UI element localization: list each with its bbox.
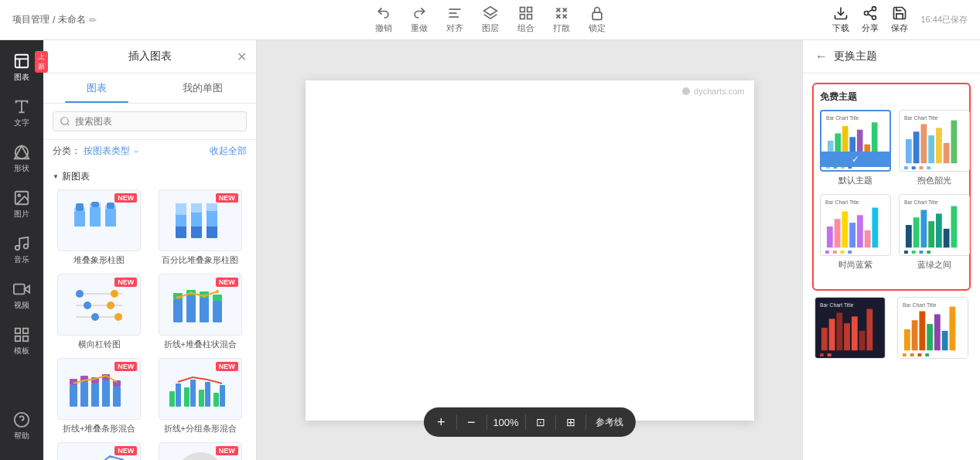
panel-content: 新图表 NEW [43, 162, 256, 460]
untitled-label: 未命名 [58, 13, 86, 26]
group-button[interactable]: 组合 [517, 5, 534, 34]
edit-icon[interactable]: ✏ [89, 15, 97, 26]
svg-point-12 [872, 15, 876, 19]
new-badge-1: NEW [114, 193, 137, 203]
theme-item-5[interactable]: Bar Chart Title Bar Chart Title [812, 297, 888, 359]
svg-rect-114 [913, 131, 920, 163]
svg-rect-142 [944, 229, 950, 247]
svg-rect-44 [107, 203, 114, 209]
canvas[interactable]: dycharts.com [306, 80, 754, 421]
project-breadcrumb[interactable]: 项目管理 / 未命名 ✏ [12, 13, 97, 26]
svg-rect-65 [186, 295, 196, 322]
toolbar: 项目管理 / 未命名 ✏ 撤销 重做 对齐 图层 组合 打散 [0, 0, 980, 40]
expand-button[interactable]: ⊞ [556, 407, 586, 437]
svg-rect-167 [942, 331, 948, 350]
chart-item-line-bar-mixed[interactable]: NEW [53, 358, 146, 434]
chart-item-line-area[interactable]: NEW 折线+层叠面积混合 [53, 442, 146, 460]
zoom-out-button[interactable]: − [456, 407, 486, 437]
sidebar-item-shape[interactable]: 形状 [0, 138, 43, 180]
filter-type-button[interactable]: 按图表类型 [84, 145, 140, 158]
search-box[interactable] [53, 111, 247, 131]
svg-rect-70 [213, 295, 222, 301]
chart-thumb-6: NEW [159, 358, 242, 420]
sidebar-item-help[interactable]: 帮助 [10, 405, 33, 448]
svg-point-56 [111, 290, 118, 298]
theme-thumb-warm: Bar Chart Title [899, 110, 970, 172]
sidebar-label-text: 文字 [14, 118, 29, 128]
svg-rect-132 [825, 250, 829, 254]
svg-rect-155 [852, 316, 858, 350]
svg-rect-42 [76, 203, 84, 211]
chart-label-5: 折线+堆叠条形混合 [63, 423, 135, 434]
chart-item-stacked-icon[interactable]: NEW [53, 189, 146, 266]
search-input[interactable] [75, 116, 240, 127]
theme-item-default[interactable]: Bar Chart Title [820, 110, 891, 186]
chart-label-1: 堆叠象形柱图 [73, 254, 125, 266]
tab-charts[interactable]: 图表 [43, 73, 150, 103]
svg-rect-115 [920, 124, 927, 164]
back-button[interactable]: ← [815, 49, 828, 63]
svg-rect-113 [906, 139, 912, 163]
svg-rect-147 [927, 250, 930, 254]
zoom-in-button[interactable]: + [426, 407, 456, 437]
right-panel-header: ← 更换主题 [803, 40, 980, 73]
sidebar-item-template[interactable]: 模板 [0, 320, 43, 363]
icon-sidebar: 上新 图表 文字 形状 图片 音乐 视频 模板 [0, 40, 43, 460]
chart-thumb-8: NEW [159, 442, 242, 460]
fit-button[interactable]: ⊡ [526, 407, 555, 437]
theme-item-fashion-blue[interactable]: Bar Chart Title [820, 194, 891, 271]
download-button[interactable]: 下载 [832, 5, 849, 34]
layer-button[interactable]: 图层 [482, 5, 499, 34]
sidebar-item-image[interactable]: 图片 [0, 183, 43, 226]
svg-rect-126 [835, 219, 841, 247]
align-button[interactable]: 对齐 [446, 5, 463, 34]
svg-rect-154 [844, 323, 850, 350]
undo-button[interactable]: 撤销 [375, 5, 392, 34]
svg-rect-117 [936, 128, 942, 163]
svg-point-10 [872, 7, 876, 11]
theme-item-warm[interactable]: Bar Chart Title [899, 110, 970, 186]
new-badge-6: NEW [216, 362, 238, 371]
chart-item-line-bar-grouped[interactable]: NEW [154, 358, 248, 434]
svg-rect-163 [912, 320, 918, 350]
redo-button[interactable]: 重做 [411, 5, 428, 34]
svg-line-35 [67, 124, 70, 126]
theme-item-6[interactable]: Bar Chart Title [896, 297, 971, 359]
collapse-all-button[interactable]: 收起全部 [210, 145, 247, 158]
svg-rect-86 [176, 383, 181, 407]
sidebar-item-music[interactable]: 音乐 [0, 229, 43, 271]
chart-item-jade-block[interactable]: NEW 堆叠玉块图 [154, 442, 248, 460]
svg-rect-5 [527, 8, 531, 12]
svg-rect-128 [849, 223, 855, 247]
theme-name-warm: 煦色韶光 [917, 175, 951, 186]
svg-rect-40 [105, 209, 116, 227]
svg-rect-137 [906, 225, 912, 247]
save-button[interactable]: 保存 [891, 5, 908, 34]
right-panel-title: 更换主题 [834, 49, 877, 63]
chart-item-barbell[interactable]: NEW [53, 274, 146, 350]
reference-button[interactable]: 参考线 [586, 416, 633, 429]
panel-close-button[interactable]: ✕ [237, 49, 247, 64]
sidebar-item-video[interactable]: 视频 [0, 274, 43, 317]
chart-item-line-stacked[interactable]: NEW [154, 274, 248, 350]
svg-rect-164 [920, 312, 926, 351]
sidebar-item-chart[interactable]: 上新 图表 [10, 46, 33, 89]
sidebar-item-text[interactable]: 文字 [0, 92, 43, 135]
svg-rect-146 [920, 250, 924, 254]
section-title-new: 新图表 [53, 162, 247, 189]
share-button[interactable]: 分享 [862, 5, 879, 34]
theme-item-blue-green[interactable]: Bar Chart Title [899, 194, 970, 271]
lock-button[interactable]: 锁定 [589, 5, 606, 34]
scatter-button[interactable]: 打散 [553, 5, 570, 34]
chart-item-pct-stacked-icon[interactable]: NEW [154, 189, 248, 266]
svg-rect-67 [200, 298, 209, 322]
svg-rect-87 [184, 387, 190, 407]
toolbar-center: 撤销 重做 对齐 图层 组合 打散 锁定 [375, 5, 606, 34]
svg-line-13 [869, 14, 873, 16]
svg-text:Bar Chart Title: Bar Chart Title [820, 302, 854, 308]
svg-point-73 [203, 295, 206, 298]
sidebar-label-help: 帮助 [14, 431, 29, 441]
theme-name-fashion-blue: 时尚蓝紫 [838, 259, 872, 271]
tab-my-charts[interactable]: 我的单图 [150, 73, 257, 103]
project-label: 项目管理 [12, 13, 50, 26]
